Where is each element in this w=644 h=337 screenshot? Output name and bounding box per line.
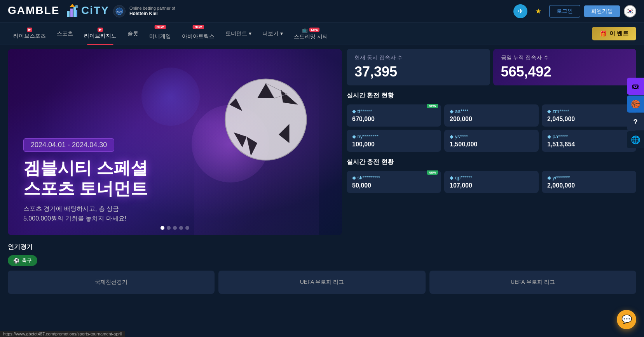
banner-title-line1: 겜블시티 스페셜 xyxy=(23,158,326,179)
nav-item-live-casino[interactable]: ▶ 라이브카지노 xyxy=(79,23,122,45)
charge-amount-1: 50,000 xyxy=(352,182,436,189)
banner-subtitle-line1: 스포츠 경기에 배팅하시고, 총 상금 xyxy=(23,204,326,214)
charge-section-label: 실시간 충전 현황 xyxy=(347,155,636,168)
nav-label-slots: 슬롯 xyxy=(127,30,138,37)
exchange-amount-4: 100,000 xyxy=(352,141,436,148)
exchange-card-1: NEW ◆ tt****** 670,000 xyxy=(347,104,441,127)
partner-badge: KSV xyxy=(113,5,126,17)
nav-item-sports[interactable]: 스포츠 xyxy=(51,23,79,45)
popular-section-label: 인기경기 xyxy=(8,243,636,251)
exchange-user-6: ◆ pa***** xyxy=(547,134,631,139)
banner-subtitle: 스포츠 경기에 배팅하시고, 총 상금 5,000,000원의 기회를 놓치지 … xyxy=(23,204,326,224)
new-badge-mini: NEW xyxy=(155,25,166,29)
nav-item-more[interactable]: 더보기 ▾ xyxy=(257,23,288,45)
globe-icon: 🌐 xyxy=(631,135,641,144)
stats-panel: 현재 동시 접속자 수 37,395 금일 누적 접속자 수 565,492 실… xyxy=(342,49,636,235)
logo-gamble-text: GAMBLE xyxy=(8,4,63,16)
register-button[interactable]: 회원가입 xyxy=(584,5,620,17)
telegram-button[interactable]: ✈ xyxy=(513,4,527,18)
login-button[interactable]: 로그인 xyxy=(549,5,580,17)
game-card-2[interactable]: UEFA 유로파 리그 xyxy=(218,271,425,294)
game-card-1[interactable]: 국제친선경기 xyxy=(8,271,215,294)
coupon-icon: 🎟 xyxy=(632,82,639,91)
charge-amount-3: 2,000,000 xyxy=(547,182,631,189)
nav-item-live-sports[interactable]: ▶ 라이브스포츠 xyxy=(8,23,51,45)
new-badge-aviator: NEW xyxy=(193,25,204,29)
soccer-label: 축구 xyxy=(22,257,32,264)
charge-card-3: ◆ yi******* 2,000,000 xyxy=(542,171,636,193)
banner-dot-1[interactable] xyxy=(161,226,164,230)
banner-dot-2[interactable] xyxy=(167,226,171,230)
banner-dot-3[interactable] xyxy=(173,226,177,230)
banner-title: 겜블시티 스페셜 스포츠 토너먼트 xyxy=(23,158,326,199)
svg-text:KSV: KSV xyxy=(117,10,122,13)
svg-marker-3 xyxy=(70,4,75,7)
live-badge-streaming: LIVE xyxy=(309,28,319,32)
exchange-section-label: 실시간 환전 현황 xyxy=(347,89,636,101)
exchange-amount-3: 2,045,000 xyxy=(547,116,631,123)
exchange-user-1: ◆ tt****** xyxy=(352,108,436,114)
logo-area: GAMBLE CiTY KSV Online betting partner o… xyxy=(8,3,175,19)
banner-date: 2024.04.01 - 2024.04.30 xyxy=(23,138,114,152)
main-content: 2024.04.01 - 2024.04.30 겜블시티 스페셜 스포츠 토너먼… xyxy=(0,45,644,239)
event-button[interactable]: 🎁 이 벤트 xyxy=(592,27,636,40)
exchange-card-5: ◆ ys**** 1,500,000 xyxy=(444,130,539,152)
game-label-2: UEFA 유로파 리그 xyxy=(300,279,344,286)
nav-item-tournament[interactable]: 토너먼트 ▾ xyxy=(220,23,257,45)
svg-rect-1 xyxy=(70,9,73,17)
banner-subtitle-line2: 5,000,000원의 기회를 놓치지 마세요! xyxy=(23,214,326,224)
partner-name: Holstein Kiel xyxy=(129,11,158,16)
banner-title-line2: 스포츠 토너먼트 xyxy=(23,179,326,199)
help-side-button[interactable]: ? xyxy=(627,113,644,130)
nav-label-more: 더보기 ▾ xyxy=(262,30,283,37)
sports-side-button[interactable]: 🏀 xyxy=(627,96,644,113)
exchange-card-4: ◆ hy******** 100,000 xyxy=(347,130,441,152)
charge-user-1: ◆ sk********* xyxy=(352,175,436,181)
exchange-user-3: ◆ zm***** xyxy=(547,108,631,114)
logo-city-text: CiTY xyxy=(81,4,109,16)
exchange-card-2: ◆ aa**** 200,000 xyxy=(444,104,539,127)
nav-label-live-casino: 라이브카지노 xyxy=(84,33,117,40)
partner-line1: Online betting partner of xyxy=(129,5,175,11)
nav-item-slots[interactable]: 슬롯 xyxy=(122,23,144,45)
nav-label-mini-game: 미니게임 xyxy=(149,33,171,40)
favorite-button[interactable]: ★ xyxy=(531,4,545,18)
language-side-button[interactable]: 🌐 xyxy=(627,131,644,148)
banner-dot-4[interactable] xyxy=(179,226,183,230)
new-tag-charge-1: NEW xyxy=(427,170,438,175)
game-card-3[interactable]: UEFA 유로파 리그 xyxy=(429,271,636,294)
partner-info: Online betting partner of Holstein Kiel xyxy=(129,5,175,17)
exchange-amount-2: 200,000 xyxy=(450,116,533,123)
exchange-card-6: ◆ pa***** 1,513,654 xyxy=(542,130,636,152)
bottom-section: 인기경기 ⚽ 축구 국제친선경기 UEFA 유로파 리그 UEFA 유로파 리그 xyxy=(0,239,644,298)
flag-icon: 🇰🇷 xyxy=(626,7,634,16)
telegram-icon: ✈ xyxy=(518,7,524,16)
basketball-icon: 🏀 xyxy=(631,99,641,109)
navigation: ▶ 라이브스포츠 스포츠 ▶ 라이브카지노 슬롯 NEW 미니게임 NEW 아비… xyxy=(0,23,644,45)
banner-dot-5[interactable] xyxy=(185,226,189,230)
charge-user-3: ◆ yi******* xyxy=(547,175,631,181)
soccer-tab[interactable]: ⚽ 축구 xyxy=(8,255,37,266)
nav-label-sports: 스포츠 xyxy=(57,30,73,37)
banner-dots xyxy=(161,226,189,230)
nav-label-aviator: 아비아트릭스 xyxy=(182,33,215,40)
current-users-label: 현재 동시 접속자 수 xyxy=(354,54,482,61)
today-users-card: 금일 누적 접속자 수 565,492 xyxy=(493,49,637,85)
nav-item-aviator[interactable]: NEW 아비아트릭스 xyxy=(176,23,220,45)
exchange-card-3: ◆ zm***** 2,045,000 xyxy=(542,104,636,127)
event-label: 이 벤트 xyxy=(609,30,628,37)
coupon-side-button[interactable]: 🎟 xyxy=(627,78,644,95)
top-stats-row: 현재 동시 접속자 수 37,395 금일 누적 접속자 수 565,492 xyxy=(347,49,636,85)
live-icon-streaming: 📺 xyxy=(302,27,308,33)
charge-card-1: NEW ◆ sk********* 50,000 xyxy=(347,171,441,193)
live-badge: ▶ xyxy=(27,28,32,32)
current-users-card: 현재 동시 접속자 수 37,395 xyxy=(347,49,490,85)
language-button[interactable]: 🇰🇷 xyxy=(624,5,636,17)
nav-item-streaming[interactable]: 📺 LIVE 스트리밍 시티 xyxy=(288,23,333,45)
charge-user-2: ◆ qp****** xyxy=(450,175,533,181)
banner-content: 2024.04.01 - 2024.04.30 겜블시티 스페셜 스포츠 토너먼… xyxy=(23,138,326,224)
nav-item-mini-game[interactable]: NEW 미니게임 xyxy=(144,23,176,45)
header: GAMBLE CiTY KSV Online betting partner o… xyxy=(0,0,644,23)
nav-label-streaming: 스트리밍 시티 xyxy=(294,33,328,40)
games-row: 국제친선경기 UEFA 유로파 리그 UEFA 유로파 리그 xyxy=(8,271,636,294)
